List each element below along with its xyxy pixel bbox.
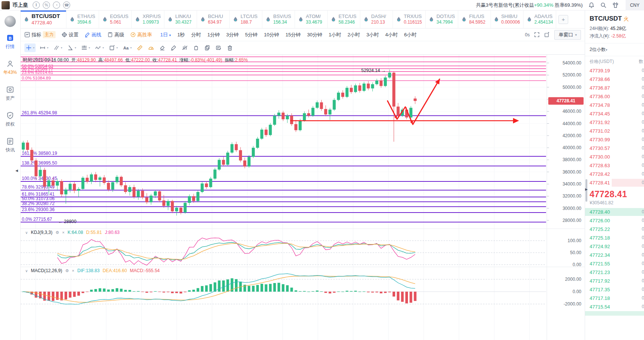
draw-line-button[interactable]: 画线 bbox=[84, 31, 101, 38]
tab-ADA/US[interactable]: ADA/US2.454134 bbox=[524, 10, 556, 28]
interval-5分钟[interactable]: 5分钟 bbox=[245, 31, 257, 38]
orderbook-row[interactable]: 47717.180 bbox=[585, 294, 644, 303]
collapse-sidebar-arrow[interactable]: ◀ bbox=[15, 169, 18, 172]
tab-LINK/U[interactable]: LINK/U30.4327 bbox=[164, 10, 197, 28]
orderbook-row[interactable]: 47739.190 bbox=[585, 66, 644, 75]
orderbook-row[interactable]: 47736.870 bbox=[585, 84, 644, 92]
fullscreen-icon[interactable] bbox=[534, 32, 540, 37]
high-winrate-button[interactable]: 高胜率 bbox=[130, 31, 152, 38]
user-avatar[interactable] bbox=[2, 1, 10, 9]
orderbook-row[interactable]: 47730.000 bbox=[585, 153, 644, 161]
sidebar-item-行情[interactable]: B行情 bbox=[3, 34, 17, 50]
tab-XRP/US[interactable]: XRP/US1.09973 bbox=[132, 10, 164, 28]
settings-button[interactable]: 设置 bbox=[62, 31, 78, 38]
elliott-wave-tool[interactable]: ▾ bbox=[94, 43, 105, 52]
sidebar-item-快讯[interactable]: 快讯 bbox=[3, 137, 17, 153]
orderbook-row[interactable]: 47738.660 bbox=[585, 75, 644, 84]
crosshair-tool[interactable]: ▾ bbox=[24, 43, 36, 52]
interval-3分钟[interactable]: 3分钟 bbox=[226, 31, 239, 38]
orderbook-row[interactable]: 47725.180 bbox=[585, 234, 644, 242]
macd-settings-icon[interactable]: ⚙ bbox=[65, 268, 69, 273]
tab-SHIB/U[interactable]: SHIB/U0.0000065 bbox=[491, 10, 524, 28]
interval-3小时[interactable]: 3小时 bbox=[366, 31, 379, 38]
interval-分时[interactable]: 分时 bbox=[191, 31, 201, 38]
eraser-tool[interactable] bbox=[158, 43, 167, 52]
add-pane-icon[interactable] bbox=[544, 32, 550, 37]
collapse-panel-arrow[interactable]: ▶ bbox=[585, 187, 588, 191]
tab-BTC/USDT[interactable]: BTC/USDT47728.40 bbox=[21, 10, 66, 28]
tab-LTC/US[interactable]: LTC/US188.7 bbox=[230, 10, 262, 28]
window-mode-select[interactable]: 单窗口▾ bbox=[554, 30, 581, 40]
collapse-icon[interactable]: ∨ bbox=[25, 269, 28, 273]
interval-1小时[interactable]: 1小时 bbox=[329, 31, 341, 38]
phone-badge-icon[interactable]: ☎ bbox=[63, 1, 70, 9]
globe-icon[interactable] bbox=[5, 16, 16, 27]
bell-icon[interactable] bbox=[588, 2, 595, 9]
orderbook-row[interactable]: 47736.000 bbox=[585, 92, 644, 101]
chart-area[interactable]: 时间:2021-09-16 08:00 开:48129.90 高:48497.6… bbox=[21, 55, 585, 340]
orderbook-row[interactable]: 47730.990 bbox=[585, 135, 644, 144]
search-icon[interactable] bbox=[600, 2, 607, 9]
orderbook-row[interactable]: 47728.630 bbox=[585, 161, 644, 170]
orderbook-row[interactable]: 47730.570 bbox=[585, 144, 644, 153]
interval-30分钟[interactable]: 30分钟 bbox=[307, 31, 322, 38]
orderbook-row[interactable]: 47728.410 bbox=[585, 178, 644, 187]
segment-tool[interactable]: ▾ bbox=[38, 43, 50, 52]
collapse-icon[interactable]: ∨ bbox=[25, 231, 28, 235]
magnet-tool[interactable] bbox=[192, 43, 200, 52]
interval-6小时[interactable]: 6小时 bbox=[404, 31, 417, 38]
tab-FIL/US[interactable]: FIL/US84.5952 bbox=[458, 10, 491, 28]
tab-BCH/U[interactable]: BCH/U634.97 bbox=[197, 10, 230, 28]
main-force-chip[interactable]: 主力 bbox=[43, 31, 56, 38]
tab-TRX/US[interactable]: TRX/US0.116115 bbox=[393, 10, 426, 28]
interval-1日[interactable]: 1日 ▾ bbox=[160, 31, 171, 38]
orderbook-row[interactable]: 47728.400 bbox=[585, 208, 644, 216]
orderbook-row[interactable]: 47717.920 bbox=[585, 277, 644, 285]
percent-badge-icon[interactable]: % bbox=[43, 1, 50, 9]
brush-tool[interactable] bbox=[169, 43, 178, 52]
angle-line-tool[interactable]: ▾ bbox=[66, 43, 77, 52]
kdj-settings-icon[interactable]: ⚙ bbox=[56, 230, 59, 235]
text-tool[interactable]: Aa▾ bbox=[122, 43, 133, 52]
orderbook-row[interactable]: 47721.550 bbox=[585, 259, 644, 268]
frame-annotation-tool[interactable]: ▾ bbox=[108, 43, 119, 52]
tab-DASH/[interactable]: DASH/210.13 bbox=[360, 10, 393, 28]
tab-ETC/US[interactable]: ETC/US58.2346 bbox=[328, 10, 360, 28]
parallel-lines-tool[interactable]: ▾ bbox=[52, 43, 63, 52]
add-pair-button[interactable]: + bbox=[558, 15, 568, 24]
orderbook-row[interactable]: 47724.920 bbox=[585, 242, 644, 251]
ruler-tool[interactable] bbox=[135, 43, 144, 52]
shirt-icon[interactable] bbox=[612, 2, 619, 9]
signal-banner[interactable]: 共赢3号有新信号(累计收益+90.34% 胜率69.39%) bbox=[476, 2, 582, 9]
orderbook-row[interactable]: 47731.920 bbox=[585, 118, 644, 127]
interval-4小时[interactable]: 4小时 bbox=[385, 31, 397, 38]
interval-15分钟[interactable]: 15分钟 bbox=[286, 31, 301, 38]
tab-ETH/US[interactable]: ETH/US3594.6 bbox=[66, 10, 99, 28]
gauge-badge-icon[interactable]: ◔ bbox=[53, 1, 60, 9]
currency-selector[interactable]: CNY bbox=[626, 0, 644, 10]
orderbook-row[interactable]: 47722.340 bbox=[585, 251, 644, 259]
interval-2小时[interactable]: 2小时 bbox=[348, 31, 360, 38]
orderbook-row[interactable]: 47731.020 bbox=[585, 127, 644, 135]
tab-ATOM/[interactable]: ATOM/33.4679 bbox=[295, 10, 328, 28]
interval-1秒[interactable]: 1秒 bbox=[177, 31, 185, 38]
copy-tool[interactable] bbox=[203, 43, 212, 52]
tab-EOS/US[interactable]: EOS/US5.061 bbox=[99, 10, 132, 28]
orderbook-row[interactable]: 47715.540 bbox=[585, 303, 644, 311]
interval-10分钟[interactable]: 10分钟 bbox=[264, 31, 279, 38]
orderbook-row[interactable]: 47726.000 bbox=[585, 216, 644, 225]
trash-tool[interactable] bbox=[226, 43, 234, 52]
orderbook-row[interactable]: 47734.450 bbox=[585, 109, 644, 118]
candlestick-chart[interactable]: 261.8% 45294.98161.8% 38580.19138.2% 369… bbox=[21, 55, 585, 340]
orderbook-row[interactable]: 47721.230 bbox=[585, 268, 644, 277]
kdj-close-icon[interactable]: × bbox=[62, 230, 65, 235]
advanced-button[interactable]: 高级 bbox=[107, 31, 124, 38]
note-edit-tool[interactable] bbox=[214, 43, 223, 52]
sidebar-item-授权[interactable]: 授权 bbox=[3, 111, 17, 127]
decimals-select[interactable]: 2位小数▾ bbox=[585, 43, 644, 56]
tab-DOT/US[interactable]: DOT/US34.7994 bbox=[426, 10, 458, 28]
orderbook-row[interactable]: 47728.420 bbox=[585, 170, 644, 178]
interval-1分钟[interactable]: 1分钟 bbox=[208, 31, 220, 38]
bar-compare-tool[interactable] bbox=[181, 43, 189, 52]
pause-badge-icon[interactable]: ‖ bbox=[33, 1, 40, 9]
